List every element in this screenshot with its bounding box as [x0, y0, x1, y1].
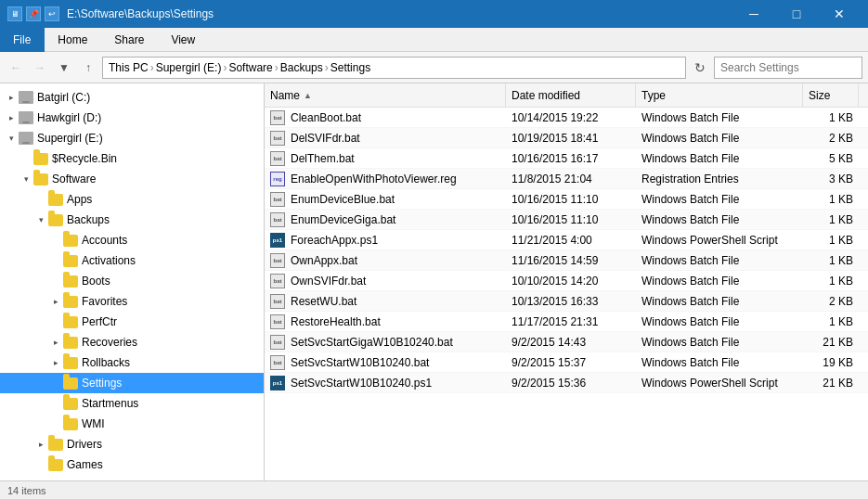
file-type-icon: [270, 212, 285, 227]
file-size-cell: 1 KB: [803, 315, 859, 328]
file-list-header: Name ▲ Date modified Type Size: [265, 83, 868, 108]
column-header-name[interactable]: Name ▲: [265, 83, 506, 107]
expander-icon: [19, 151, 33, 166]
tree-item-drivers[interactable]: ▸Drivers: [0, 434, 264, 454]
file-row[interactable]: SetSvcStartGigaW10B10240.bat9/2/2015 14:…: [265, 332, 868, 352]
up-button[interactable]: ↑: [78, 58, 98, 78]
file-row[interactable]: CleanBoot.bat10/14/2015 19:22Windows Bat…: [265, 108, 868, 128]
file-name-cell: OwnAppx.bat: [265, 253, 506, 268]
tree-item-apps[interactable]: Apps: [0, 189, 264, 210]
folder-icon: [63, 275, 78, 288]
file-date-cell: 10/16/2015 11:10: [506, 213, 636, 226]
file-name-text: RestoreHealth.bat: [291, 315, 381, 328]
file-row[interactable]: OwnSVIFdr.bat10/10/2015 14:20Windows Bat…: [265, 271, 868, 291]
file-row[interactable]: EnableOpenWithPhotoViewer.reg11/8/2015 2…: [265, 169, 868, 189]
file-list-panel: Name ▲ Date modified Type Size CleanBoot…: [265, 83, 868, 480]
tree-item-settings[interactable]: Settings: [0, 373, 264, 393]
file-date-cell: 9/2/2015 15:36: [506, 377, 636, 390]
file-size-cell: 2 KB: [803, 132, 859, 145]
back-button[interactable]: ←: [6, 58, 26, 78]
file-size-cell: 1 KB: [803, 254, 859, 267]
column-header-date[interactable]: Date modified: [506, 83, 636, 107]
tree-item-batgirl[interactable]: ▸Batgirl (C:): [0, 87, 264, 108]
file-size-cell: 1 KB: [803, 213, 859, 226]
minimize-button[interactable]: ─: [732, 0, 775, 28]
expander-icon: ▾: [33, 212, 48, 227]
ribbon-tab-file[interactable]: File: [0, 28, 45, 52]
column-header-type[interactable]: Type: [636, 83, 803, 107]
expander-icon: [48, 376, 63, 390]
file-type-icon: [270, 110, 285, 125]
file-row[interactable]: DelSVIFdr.bat10/19/2015 18:41Windows Bat…: [265, 128, 868, 148]
expander-icon: ▾: [19, 172, 33, 186]
file-size-cell: 1 KB: [803, 275, 859, 288]
tree-item-label: Settings: [82, 377, 122, 390]
tree-item-recycle[interactable]: $Recycle.Bin: [0, 148, 264, 169]
file-size-cell: 1 KB: [803, 111, 859, 124]
quick-access-icon: 📌: [26, 6, 41, 21]
column-header-size[interactable]: Size: [803, 83, 859, 107]
maximize-button[interactable]: □: [775, 0, 818, 28]
file-row[interactable]: SetSvcStartW10B10240.bat9/2/2015 15:37Wi…: [265, 352, 868, 373]
expander-icon: [48, 314, 63, 329]
expander-icon: [48, 253, 63, 268]
file-date-cell: 11/21/2015 4:00: [506, 234, 636, 247]
recent-locations-button[interactable]: ▼: [54, 58, 74, 78]
tree-item-label: Favorites: [82, 295, 127, 308]
tree-item-rollbacks[interactable]: ▸Rollbacks: [0, 352, 264, 373]
file-row[interactable]: ResetWU.bat10/13/2015 16:33Windows Batch…: [265, 291, 868, 312]
tree-item-perfctr[interactable]: PerfCtr: [0, 312, 264, 332]
file-row[interactable]: EnumDeviceBlue.bat10/16/2015 11:10Window…: [265, 189, 868, 210]
ribbon-tab-share[interactable]: Share: [101, 28, 158, 52]
expander-icon: [33, 192, 48, 207]
tree-item-wmi[interactable]: WMI: [0, 414, 264, 434]
tree-item-accounts[interactable]: Accounts: [0, 230, 264, 250]
file-name-text: EnumDeviceGiga.bat: [291, 213, 395, 226]
expander-icon: ▸: [48, 335, 63, 350]
tree-item-label: Supergirl (E:): [37, 132, 103, 145]
file-type-cell: Windows Batch File: [636, 336, 803, 349]
tree-item-label: PerfCtr: [82, 315, 117, 328]
tree-item-supergirl[interactable]: ▾Supergirl (E:): [0, 128, 264, 148]
folder-icon: [48, 194, 63, 206]
expander-icon: [48, 396, 63, 411]
file-row[interactable]: DelThem.bat10/16/2015 16:17Windows Batch…: [265, 148, 868, 169]
tree-item-games[interactable]: Games: [0, 454, 264, 475]
ribbon-tab-home[interactable]: Home: [45, 28, 101, 52]
file-date-cell: 10/19/2015 18:41: [506, 132, 636, 145]
expander-icon: ▸: [33, 437, 48, 452]
tree-item-backups[interactable]: ▾Backups: [0, 210, 264, 230]
file-row[interactable]: ForeachAppx.ps111/21/2015 4:00Windows Po…: [265, 230, 868, 250]
path-software: Software: [228, 61, 272, 74]
file-type-icon: [270, 131, 285, 146]
tree-item-activations[interactable]: Activations: [0, 250, 264, 271]
file-type-cell: Windows Batch File: [636, 356, 803, 369]
file-row[interactable]: OwnAppx.bat11/16/2015 14:59Windows Batch…: [265, 250, 868, 271]
tree-item-hawkgirl[interactable]: ▸Hawkgirl (D:): [0, 108, 264, 128]
file-date-cell: 10/14/2015 19:22: [506, 111, 636, 124]
file-date-cell: 10/10/2015 14:20: [506, 275, 636, 288]
tree-item-software[interactable]: ▾Software: [0, 169, 264, 189]
file-name-text: OwnSVIFdr.bat: [291, 275, 366, 288]
file-row[interactable]: SetSvcStartW10B10240.ps19/2/2015 15:36Wi…: [265, 373, 868, 393]
file-type-icon: [270, 335, 285, 350]
path-backups: Backups: [280, 61, 323, 74]
expander-icon: ▸: [48, 294, 63, 309]
tree-item-boots[interactable]: Boots: [0, 271, 264, 291]
close-button[interactable]: ✕: [818, 0, 861, 28]
folder-icon: [48, 214, 63, 226]
refresh-button[interactable]: ↻: [690, 58, 710, 78]
tree-item-favorites[interactable]: ▸Favorites: [0, 291, 264, 312]
file-type-icon: [270, 233, 285, 248]
folder-icon: [33, 153, 48, 165]
file-row[interactable]: EnumDeviceGiga.bat10/16/2015 11:10Window…: [265, 210, 868, 230]
file-row[interactable]: RestoreHealth.bat11/17/2015 21:31Windows…: [265, 312, 868, 332]
tree-item-startmenus[interactable]: Startmenus: [0, 393, 264, 414]
forward-button[interactable]: →: [30, 58, 50, 78]
ribbon-tab-view[interactable]: View: [158, 28, 209, 52]
file-name-text: CleanBoot.bat: [291, 111, 361, 124]
search-input[interactable]: [714, 57, 862, 79]
address-path-bar[interactable]: This PC › Supergirl (E:) › Software › Ba…: [102, 57, 686, 79]
file-size-cell: 21 KB: [803, 336, 859, 349]
tree-item-recoveries[interactable]: ▸Recoveries: [0, 332, 264, 352]
